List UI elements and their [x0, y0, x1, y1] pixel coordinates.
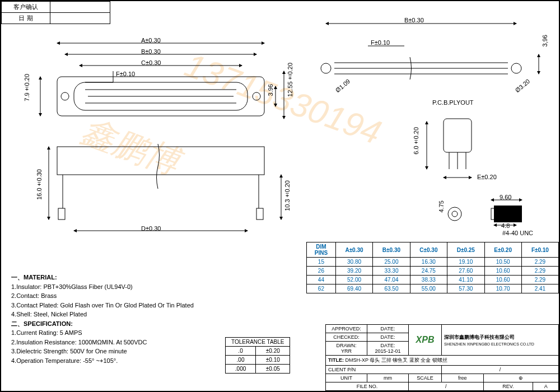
dim-3-96: 3.96	[267, 84, 274, 96]
dim-cell: 52.00	[335, 276, 372, 284]
unit-lbl: UNIT	[326, 374, 367, 382]
rev-v: A	[533, 382, 559, 391]
svg-rect-29	[444, 119, 472, 152]
mat-4: 4.Shell: Steel, Nickel Plated	[11, 311, 87, 318]
date-value	[50, 13, 110, 24]
dim-D: D±0.30	[141, 225, 161, 232]
dim-row: 6269.4063.5055.0057.3010.702.41	[307, 284, 559, 293]
spec-hdr: 二、SPECIFICATION:	[11, 320, 73, 327]
mat-2: 2.Contact: Brass	[11, 292, 57, 299]
spec-4: 4.Operation Temperature: -55° ~+105°.	[11, 357, 118, 364]
client-lbl: CLIENT P/N	[328, 367, 356, 372]
title-block: APPROVED: DATE: XPB 深圳市鑫鹏博电子科技有限公司 SHENZ…	[325, 324, 559, 391]
rev-lbl: REV.	[483, 382, 533, 391]
spec-2: 2.Insulation Resistance: 1000MΩMIN. At 5…	[11, 339, 147, 346]
company-en: SHENZHEN XINPENGBO ELECTRONICS CO.LTD	[444, 342, 534, 346]
logo: XPB	[409, 325, 442, 356]
title-lbl: TITLE:	[328, 357, 344, 363]
col-A: A±0.30	[335, 242, 372, 258]
dim-F-pcb: F±0.10	[371, 39, 390, 46]
pins-hdr: PINS	[315, 250, 328, 256]
mat-3: 3.Contact Plated: Gold Flash over Tin Or…	[11, 302, 194, 309]
client-v: /	[442, 366, 559, 374]
col-B: B±0.30	[373, 242, 410, 258]
dim-3-20: Ø3.20	[514, 78, 531, 94]
col-E: E±0.20	[484, 242, 521, 258]
thread: #4-40 UNC	[502, 230, 533, 236]
tol-r2b: ±0.10	[256, 356, 290, 365]
svg-rect-17	[256, 208, 263, 220]
watermark-phone: 13715330194	[180, 45, 386, 152]
dim-12-55: 12.55±0.20	[287, 63, 293, 97]
dim-A: A±0.30	[141, 37, 161, 44]
spec-1: 1.Current Rating: 5 AMPS	[11, 329, 82, 336]
dim-row: 1530.8025.0016.3019.1010.502.29	[307, 258, 559, 267]
dim-cell: 27.60	[447, 267, 484, 276]
tol-r3b: ±0.05	[256, 365, 290, 374]
notes: 一、MATERIAL: 1.Insulator: PBT+30%Glass Fi…	[11, 273, 194, 365]
dim-hdr: DIM	[316, 244, 326, 250]
dim-B-pcb: B±0.30	[404, 17, 424, 24]
spec-3: 3.Dielectric Strength: 500V for One minu…	[11, 348, 127, 354]
title-v: DMSH-XP 母头 三排 铆鱼叉 蓝胶 全金 锁螺丝	[346, 357, 447, 363]
svg-point-21	[321, 63, 331, 73]
dim-E: E±0.20	[477, 174, 497, 180]
dim-1-09: Ø1.09	[334, 78, 352, 94]
pins-cell: 15	[307, 258, 336, 267]
dim-table: DIMPINS A±0.30 B±0.30 C±0.30 D±0.25 E±0.…	[306, 242, 559, 293]
svg-point-22	[511, 63, 521, 73]
pins-cell: 62	[307, 284, 336, 293]
tolerance-table: TOLERANCE TABLE .0±0.20 .00±0.10 .000±0.…	[225, 337, 290, 374]
approval-table: 客户确认 日 期	[1, 1, 110, 24]
dim-cell: 19.10	[447, 258, 484, 267]
approved-date-lbl: DATE:	[367, 325, 409, 333]
checked-date-lbl: DATE:	[367, 333, 409, 342]
dim-cell: 55.00	[410, 284, 447, 293]
dim-6-0: 6.0±0.20	[413, 127, 419, 155]
col-C: C±0.30	[410, 242, 447, 258]
dim-cell: 10.50	[484, 258, 521, 267]
tol-r1b: ±0.20	[256, 347, 290, 356]
checked-lbl: CHECKED:	[326, 333, 367, 342]
unit-v: mm	[367, 374, 409, 382]
file-lbl: FILE NO.	[326, 382, 409, 391]
pins-cell: 26	[307, 267, 336, 276]
col-D: D±0.25	[447, 242, 484, 258]
col-F: F±0.10	[521, 242, 558, 258]
svg-rect-16	[58, 208, 65, 220]
svg-point-32	[448, 207, 461, 221]
dim-cell: 2.29	[521, 267, 558, 276]
svg-point-33	[452, 211, 458, 217]
pcb-label: P.C.B.PLYOUT	[432, 99, 474, 106]
proj-sym: ⊕	[483, 374, 558, 382]
pins-cell: 44	[307, 276, 336, 284]
svg-rect-0	[57, 77, 264, 116]
dim-3-96b: 3,96	[542, 35, 548, 46]
dim-cell: 10.70	[484, 284, 521, 293]
scale-v: free	[442, 374, 484, 382]
dim-cell: 2.29	[521, 258, 558, 267]
svg-rect-1	[74, 82, 248, 110]
dim-7-9: 7.9±0.20	[24, 74, 30, 101]
cust-confirm-label: 客户确认	[2, 2, 50, 13]
drawn-date-v: 2015-12-01	[375, 348, 400, 354]
dim-cell: 38.33	[410, 276, 447, 284]
dim-cell: 24.75	[410, 267, 447, 276]
drawn-date-lbl: DATE:	[381, 343, 395, 348]
file-v: /	[409, 382, 484, 391]
dim-cell: 39.20	[335, 267, 372, 276]
dim-cell: 10.60	[484, 276, 521, 284]
approved-lbl: APPROVED:	[326, 325, 367, 333]
dim-10-3: 10.3±0.20	[284, 180, 291, 211]
dim-row: 4452.0047.0438.3341.1010.602.29	[307, 276, 559, 284]
dim-16: 16.0±0.30	[36, 169, 43, 200]
svg-point-2	[61, 92, 69, 100]
company-cn: 深圳市鑫鹏博电子科技有限公司	[444, 334, 515, 340]
dim-cell: 47.04	[373, 276, 410, 284]
tol-r3a: .000	[226, 365, 256, 374]
dim-cell: 2.41	[521, 284, 558, 293]
svg-rect-34	[494, 206, 522, 222]
mat-1: 1.Insulator: PBT+30%Glass Fiber (UL94V-0…	[11, 283, 133, 290]
dim-4-75: 4.75	[438, 200, 445, 212]
dim-C: C±0.30	[141, 59, 161, 66]
